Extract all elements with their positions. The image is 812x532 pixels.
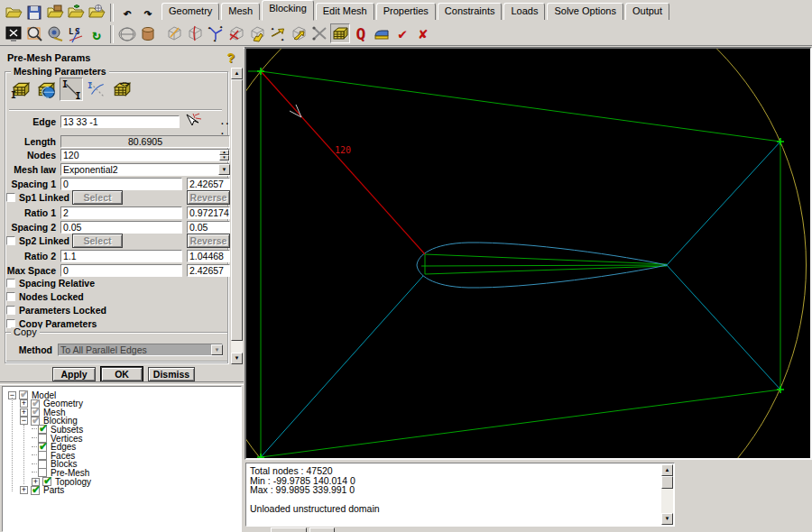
tree-checkbox[interactable] (38, 460, 47, 469)
edit-edge-icon[interactable] (226, 23, 246, 43)
associate-icon[interactable] (309, 23, 329, 43)
create-block-icon[interactable] (164, 23, 184, 43)
ratio1-input[interactable] (60, 206, 182, 219)
edge-input[interactable] (60, 115, 180, 128)
expand-icon[interactable]: + (20, 399, 28, 408)
spacing-relative-checkbox[interactable] (6, 279, 15, 288)
transform-blocks-icon[interactable]: ✦✦ (268, 23, 288, 43)
refresh-icon[interactable]: ↻ (87, 24, 106, 44)
sp2-reverse-button[interactable]: Reverse (187, 234, 230, 248)
message-line: Max : 99.9895 339.991 0 (250, 485, 658, 495)
undo-icon[interactable]: ↶ (117, 3, 137, 23)
open-geometry-icon[interactable] (66, 3, 86, 23)
move-vertex-icon[interactable] (247, 23, 267, 43)
mesh-law-combo[interactable]: Exponential2 (60, 163, 230, 176)
split-block-icon[interactable] (185, 23, 205, 43)
open-project-icon[interactable] (45, 3, 65, 23)
tab-mesh[interactable]: Mesh (221, 3, 260, 20)
local-coords-icon[interactable]: LS (66, 24, 86, 44)
nodes-locked-checkbox[interactable] (6, 292, 15, 301)
mesh-edge-icon[interactable]: II (60, 78, 83, 101)
apply-button[interactable]: Apply (52, 367, 96, 381)
check-blocks-icon[interactable]: ✔ (392, 23, 412, 43)
scroll-down-icon[interactable]: ▼ (231, 353, 243, 364)
tab-solve-options[interactable]: Solve Options (547, 3, 623, 20)
sp2-select-button[interactable]: Select (72, 234, 123, 248)
wireframe-view-icon[interactable] (117, 24, 137, 44)
spacing1-input[interactable] (60, 178, 182, 190)
tree-checkbox[interactable] (38, 451, 47, 460)
edit-block-icon[interactable] (289, 23, 309, 43)
mesh-surface-icon[interactable] (34, 78, 58, 101)
mesh-curve-icon[interactable]: I (85, 78, 108, 101)
svg-text:✦: ✦ (208, 24, 212, 32)
mesh-block-icon[interactable]: I (9, 78, 32, 101)
ratio2-input[interactable] (60, 250, 182, 262)
tab-bar: GeometryMeshBlockingEdit MeshPropertiesC… (161, 1, 671, 20)
tab-output[interactable]: Output (625, 3, 669, 20)
tab-geometry[interactable]: Geometry (161, 3, 219, 20)
message-bottom-button[interactable] (309, 527, 335, 532)
scroll-up-icon[interactable]: ▲ (231, 68, 243, 79)
merge-vertices-icon[interactable]: ✦✦✦ (206, 23, 226, 43)
sp2-linked-checkbox[interactable] (6, 236, 15, 245)
message-scrollbar-thumb[interactable] (661, 476, 673, 489)
pre-mesh-quality-icon[interactable]: Q (351, 23, 371, 43)
open-file-icon[interactable] (4, 3, 23, 23)
svg-text:✦: ✦ (219, 24, 224, 31)
scrollbar-thumb[interactable] (231, 79, 243, 341)
toolbar-divider (110, 25, 114, 43)
copy-mesh-params-icon[interactable]: <> (110, 78, 134, 101)
dismiss-button[interactable]: Dismiss (148, 367, 195, 381)
tree-checkbox[interactable]: ✔ (38, 443, 47, 452)
message-window: Total nodes : 47520Min : -99.9785 140.01… (245, 463, 675, 527)
checkbox-label: Spacing Relative (19, 278, 95, 289)
tree-connector (32, 472, 37, 473)
measure-icon[interactable] (45, 24, 65, 44)
solid-view-icon[interactable] (138, 24, 158, 44)
smooth-premesh-icon[interactable] (372, 23, 392, 43)
collapse-icon[interactable]: − (20, 417, 28, 425)
tab-blocking[interactable]: Blocking (262, 0, 314, 21)
message-scroll-down-icon[interactable]: ▼ (661, 513, 673, 525)
parameters-locked-checkbox[interactable] (6, 306, 15, 315)
edge-more-button[interactable]: . . . (221, 116, 231, 136)
svg-text:✦: ✦ (213, 37, 217, 42)
message-bottom-button[interactable] (271, 527, 307, 532)
message-scroll-up-icon[interactable]: ▲ (661, 464, 673, 476)
delete-blocks-icon[interactable]: ✘ (413, 23, 433, 43)
spacing1-label: Spacing 1 (2, 178, 56, 190)
ratio1-label: Ratio 1 (2, 206, 56, 219)
tab-constraints[interactable]: Constraints (438, 3, 503, 20)
fit-screen-icon[interactable] (4, 24, 23, 44)
open-mesh-icon[interactable] (87, 3, 106, 23)
tab-properties[interactable]: Properties (376, 3, 436, 20)
nodes-spin-down-icon[interactable]: ▼ (219, 155, 229, 161)
expand-icon[interactable]: + (20, 486, 28, 494)
tree-item-parts[interactable]: +✔Parts (20, 486, 64, 495)
method-label: Method (2, 344, 52, 356)
max-space-input[interactable] (60, 264, 182, 277)
spacing2-input[interactable] (60, 221, 182, 234)
tree-checkbox[interactable]: ✔ (31, 486, 40, 495)
message-scrollbar[interactable]: ▲ ▼ (661, 464, 673, 525)
select-edge-icon[interactable] (182, 112, 202, 132)
save-icon[interactable] (24, 3, 44, 23)
mesh-law-dropdown-icon[interactable]: ▼ (218, 164, 230, 175)
sp1-select-button[interactable]: Select (72, 190, 123, 205)
ok-button[interactable]: OK (101, 367, 143, 381)
tab-loads[interactable]: Loads (503, 3, 545, 20)
blocking-scene[interactable]: 120 (246, 49, 810, 458)
svg-text:I: I (75, 91, 80, 99)
sp1-linked-checkbox[interactable] (6, 193, 15, 202)
form-scrollbar[interactable]: ▲ ▼ (231, 68, 243, 364)
help-icon[interactable]: ? (226, 50, 235, 65)
tree-checkbox[interactable]: ✔ (38, 425, 47, 434)
pre-mesh-params-icon[interactable] (330, 23, 350, 43)
tab-edit-mesh[interactable]: Edit Mesh (316, 3, 374, 20)
redo-icon[interactable]: ↷ (138, 3, 158, 23)
graphics-viewport[interactable]: 120 (245, 47, 812, 460)
zoom-window-icon[interactable] (24, 24, 44, 44)
sp1-reverse-button[interactable]: Reverse (187, 190, 230, 205)
nodes-input[interactable] (60, 149, 230, 161)
